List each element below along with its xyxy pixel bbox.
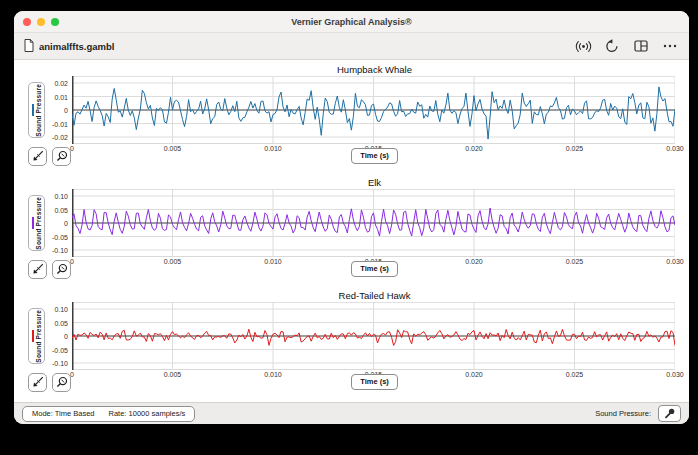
scale-to-fit-icon [32,376,44,388]
chart-title: Red-Tailed Hawk [28,289,675,302]
y-axis-button[interactable]: Sound Pressure [28,82,45,138]
chart-toolbar: Time (s) [28,259,675,279]
y-tick-label: 0.02 [54,80,68,87]
undo-button[interactable] [603,37,621,55]
zoom-button[interactable] [52,147,71,166]
titlebar: Vernier Graphical Analysis® [14,11,689,33]
y-tick-labels: 0.020.010-0.01-0.02 [45,76,72,144]
series-color-swatch [32,217,34,229]
y-tick-label: 0.10 [54,193,68,200]
sensor-signal-button[interactable] [574,37,592,55]
y-tick-label: -0.10 [52,360,68,367]
window-title: Vernier Graphical Analysis® [14,17,689,27]
scale-to-fit-button[interactable] [28,373,47,392]
scale-to-fit-icon [32,263,44,275]
y-tick-labels: 0.100.050-0.05-0.10 [45,189,72,257]
sensor-meter: Sound Pressure: [595,405,681,422]
magnifier-icon [56,150,68,162]
series-color-swatch [32,330,34,342]
y-tick-label: -0.01 [52,120,68,127]
microphone-icon [663,407,676,420]
scale-to-fit-button[interactable] [28,260,47,279]
y-tick-label: -0.10 [52,247,68,254]
y-axis-button[interactable]: Sound Pressure [28,195,45,251]
plot-area[interactable] [72,189,675,257]
mode-rate-chip[interactable]: Mode: Time Based Rate: 10000 samples/s [22,406,195,422]
split-view-button[interactable] [632,37,650,55]
magnifier-icon [56,263,68,275]
x-axis-button[interactable]: Time (s) [351,261,398,277]
document-icon [24,39,34,54]
y-tick-label: 0 [64,107,68,114]
chart-toolbar: Time (s) [28,372,675,392]
charts-area: Humpback Whale Sound Pressure 0.020.010-… [14,60,689,402]
traffic-lights [14,18,59,26]
file-tab[interactable]: animalffts.gambl [24,39,115,54]
statusbar: Mode: Time Based Rate: 10000 samples/s S… [14,402,689,424]
sensor-signal-icon [575,40,592,53]
file-name: animalffts.gambl [39,41,115,52]
more-options-icon [663,44,677,48]
y-axis-button[interactable]: Sound Pressure [28,308,45,364]
more-options-button[interactable] [661,37,679,55]
y-tick-label: -0.05 [52,233,68,240]
y-tick-label: 0.10 [54,306,68,313]
rate-label: Rate: 10000 samples/s [109,409,186,418]
sensor-name-label: Sound Pressure: [595,409,651,418]
y-tick-label: -0.05 [52,346,68,353]
y-axis-label: Sound Pressure [35,197,42,250]
magnifier-icon [56,376,68,388]
y-tick-label: 0.01 [54,93,68,100]
mode-label: Mode: Time Based [32,409,95,418]
zoom-button[interactable] [52,260,71,279]
toolbar-actions [574,37,679,55]
split-view-icon [634,40,648,52]
zoom-button[interactable] [52,373,71,392]
y-axis-label: Sound Pressure [35,84,42,137]
chart-red-tailed-hawk: Red-Tailed Hawk Sound Pressure 0.100.050… [28,289,675,402]
chart-elk: Elk Sound Pressure 0.100.050-0.05-0.10 0… [28,176,675,289]
scale-to-fit-button[interactable] [28,147,47,166]
plot-area[interactable] [72,302,675,370]
y-tick-label: 0.05 [54,319,68,326]
chart-humpback-whale: Humpback Whale Sound Pressure 0.020.010-… [28,63,675,176]
y-tick-label: 0 [64,333,68,340]
x-axis-button[interactable]: Time (s) [351,148,398,164]
undo-icon [605,39,619,53]
plot-area[interactable] [72,76,675,144]
microphone-button[interactable] [658,405,681,422]
minimize-window-button[interactable] [37,18,45,26]
series-color-swatch [32,104,34,116]
x-axis-button[interactable]: Time (s) [351,374,398,390]
y-tick-label: 0.05 [54,206,68,213]
toolbar: animalffts.gambl [14,33,689,60]
y-axis-label: Sound Pressure [35,310,42,363]
close-window-button[interactable] [23,18,31,26]
y-tick-label: -0.02 [52,134,68,141]
chart-title: Humpback Whale [28,63,675,76]
scale-to-fit-icon [32,150,44,162]
y-tick-label: 0 [64,220,68,227]
zoom-window-button[interactable] [51,18,59,26]
chart-toolbar: Time (s) [28,146,675,166]
y-tick-labels: 0.100.050-0.05-0.10 [45,302,72,370]
app-window: Vernier Graphical Analysis® animalffts.g… [14,11,689,424]
chart-title: Elk [28,176,675,189]
